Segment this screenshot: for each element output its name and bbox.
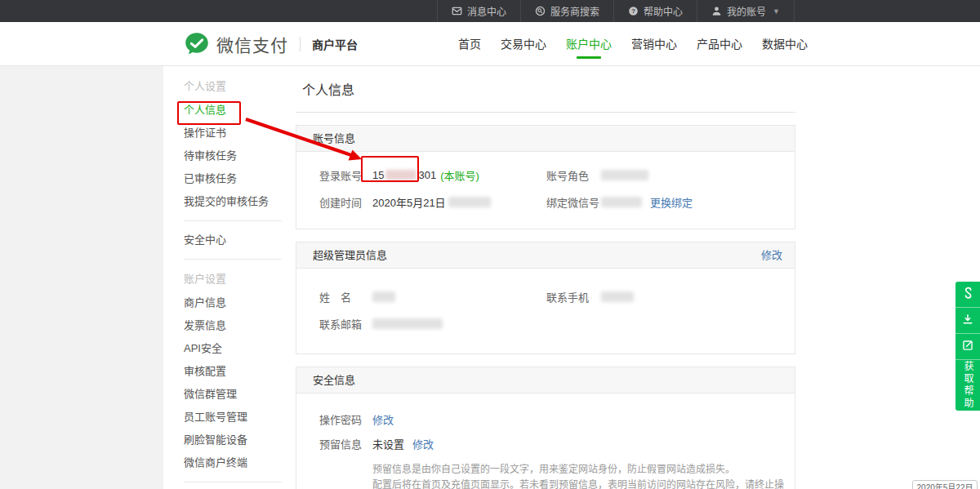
site-header: 微信支付 商户平台 首页 交易中心 账户中心 营销中心 产品中心 数据中心 — [0, 22, 980, 66]
page-body: 个人设置 个人信息 操作证书 待审核任务 已审核任务 我提交的审核任务 安全中心… — [0, 66, 980, 489]
description-line-2: 配置后将在首页及充值页面显示。若未看到预留信息，表明当前访问的网站存在风险，请终… — [372, 478, 795, 489]
sidebar-divider — [184, 482, 282, 482]
redacted-login-middle — [385, 170, 416, 180]
chevron-down-icon: ▼ — [773, 7, 780, 16]
download-icon — [962, 313, 973, 328]
security-info-section: 安全信息 操作密码 修改 预留信息 未设置 修改 — [296, 367, 795, 489]
sidebar-item-reviewed-tasks[interactable]: 已审核任务 — [163, 167, 282, 190]
account-info-title: 账号信息 — [313, 126, 355, 151]
security-info-header: 安全信息 — [296, 367, 795, 393]
message-center-item[interactable]: 消息中心 — [437, 0, 520, 22]
sidebar-divider — [184, 220, 282, 221]
corner-date-box: 2020年5月22日 — [912, 480, 978, 489]
brand-name: 微信支付 — [216, 32, 288, 56]
login-account-label: 登录账号 — [319, 167, 372, 183]
edit-reserved-info-link[interactable]: 修改 — [412, 436, 434, 451]
sidebar-item-staff-account-mgmt[interactable]: 员工账号管理 — [163, 406, 282, 429]
redacted-account-role — [601, 170, 648, 180]
nav-transaction-center[interactable]: 交易中心 — [498, 22, 549, 66]
edit-password-link[interactable]: 修改 — [372, 411, 394, 427]
main-nav: 首页 交易中心 账户中心 营销中心 产品中心 数据中心 — [456, 22, 810, 66]
redacted-wechat-id — [601, 197, 642, 207]
operation-password-label: 操作密码 — [319, 411, 372, 427]
hotline-button[interactable] — [956, 282, 980, 308]
provider-search-item[interactable]: 服务商搜索 — [520, 0, 613, 22]
sidebar-item-merchant-info[interactable]: 商户信息 — [163, 291, 282, 314]
sidebar-group-personal-settings: 个人设置 — [163, 74, 282, 99]
reserved-info-label: 预留信息 — [319, 436, 372, 451]
current-account-tag: (本账号) — [440, 167, 479, 183]
sidebar-item-security-center[interactable]: 安全中心 — [163, 229, 282, 251]
edit-icon — [962, 340, 973, 354]
sidebar-item-invoice-info[interactable]: 发票信息 — [163, 314, 282, 337]
nav-data-center[interactable]: 数据中心 — [760, 22, 810, 66]
message-center-label: 消息中心 — [467, 4, 506, 18]
redacted-contact-phone — [601, 291, 634, 302]
account-info-header: 账号信息 — [296, 126, 795, 152]
main-content: 个人信息 账号信息 登录账号 15 — [296, 66, 795, 489]
brand-divider — [300, 37, 301, 51]
search-icon — [535, 6, 546, 16]
login-account-row: 登录账号 15 301 (本账号) 账号角色 — [296, 162, 795, 189]
created-time-row: 创建时间 2020年5月21日 绑定微信号 更换绑定 — [296, 189, 795, 216]
security-info-title: 安全信息 — [313, 367, 355, 393]
nav-product-center[interactable]: 产品中心 — [694, 22, 745, 66]
admin-name-label: 姓 名 — [319, 289, 372, 305]
super-admin-title: 超级管理员信息 — [313, 242, 387, 268]
redacted-created-time — [448, 197, 491, 207]
nav-home[interactable]: 首页 — [456, 22, 483, 66]
redacted-admin-name — [372, 291, 395, 302]
edit-admin-link[interactable]: 修改 — [761, 242, 782, 268]
reserved-info-row: 预留信息 未设置 修改 — [296, 431, 795, 456]
sidebar-item-api-security[interactable]: API安全 — [163, 337, 282, 360]
nav-account-center[interactable]: 账户中心 — [564, 22, 614, 66]
sidebar-item-face-device[interactable]: 刷脸智能设备 — [163, 429, 282, 451]
account-info-section: 账号信息 登录账号 15 301 (本账号) — [296, 125, 795, 229]
download-button[interactable] — [956, 308, 980, 334]
account-icon — [711, 6, 722, 16]
help-center-item[interactable]: ? 帮助中心 — [613, 0, 697, 22]
sidebar-item-wechat-group-mgmt[interactable]: 微信群管理 — [163, 383, 282, 406]
page-title: 个人信息 — [302, 79, 795, 99]
admin-email-row: 联系邮箱 — [296, 310, 795, 337]
hotline-icon — [962, 287, 973, 303]
provider-search-label: 服务商搜索 — [550, 4, 599, 18]
contact-phone-label: 联系手机 — [546, 289, 601, 305]
sidebar-item-operation-certificate[interactable]: 操作证书 — [163, 122, 282, 144]
get-help-button[interactable]: 获取帮助 — [956, 360, 980, 411]
floating-help-panel: 获取帮助 — [956, 282, 980, 411]
nav-marketing-center[interactable]: 营销中心 — [629, 22, 679, 66]
account-role-label: 账号角色 — [546, 167, 601, 183]
bound-wechat-label: 绑定微信号 — [546, 194, 601, 210]
sidebar-item-review-config[interactable]: 审核配置 — [163, 360, 282, 383]
my-account-item[interactable]: 我的账号 ▼ — [697, 0, 795, 22]
sidebar-item-pending-review-tasks[interactable]: 待审核任务 — [163, 144, 282, 167]
description-line-1: 预留信息是由你自己设置的一段文字，用来鉴定网站身份，防止假冒网站造成损失。 — [372, 462, 795, 478]
feedback-button[interactable] — [956, 334, 980, 360]
login-account-value: 15 301 — [372, 169, 436, 181]
sidebar-divider — [184, 259, 282, 260]
svg-text:?: ? — [631, 7, 635, 15]
reserved-info-status: 未设置 — [372, 436, 404, 451]
operation-password-row: 操作密码 修改 — [296, 407, 795, 431]
my-account-label: 我的账号 — [727, 4, 766, 18]
message-icon — [452, 6, 462, 16]
sidebar-item-personal-info[interactable]: 个人信息 — [163, 99, 282, 122]
admin-name-row: 姓 名 联系手机 — [296, 283, 795, 310]
content-area: 个人设置 个人信息 操作证书 待审核任务 已审核任务 我提交的审核任务 安全中心… — [163, 66, 980, 489]
portal-name: 商户平台 — [312, 36, 358, 52]
created-time-label: 创建时间 — [319, 194, 372, 210]
brand[interactable]: 微信支付 商户平台 — [184, 22, 358, 66]
help-center-label: 帮助中心 — [644, 4, 683, 18]
contact-email-label: 联系邮箱 — [319, 316, 372, 331]
change-binding-link[interactable]: 更换绑定 — [650, 194, 693, 210]
sidebar-group-account-settings: 账户设置 — [163, 267, 282, 291]
super-admin-section: 超级管理员信息 修改 姓 名 联系手机 联系邮箱 — [296, 242, 795, 354]
redacted-contact-email — [372, 318, 443, 329]
super-admin-header: 超级管理员信息 修改 — [296, 242, 795, 269]
sidebar-item-my-submitted-tasks[interactable]: 我提交的审核任务 — [163, 190, 282, 213]
sidebar-item-merchant-terminal[interactable]: 微信商户终端 — [163, 451, 282, 474]
created-time-value: 2020年5月21日 — [372, 194, 446, 210]
help-icon: ? — [628, 6, 639, 16]
wechat-pay-logo-icon — [184, 31, 210, 57]
